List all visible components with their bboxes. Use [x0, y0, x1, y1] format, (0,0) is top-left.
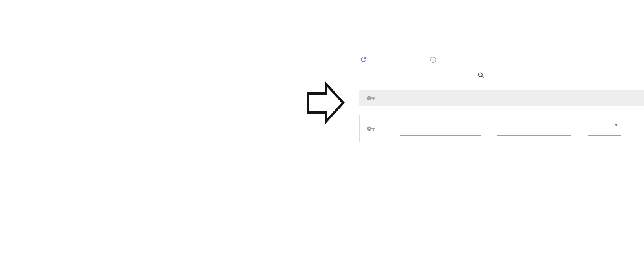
info-icon[interactable] [430, 57, 436, 63]
key-icon [367, 124, 375, 133]
mapping-table-header [359, 90, 644, 106]
key-icon [367, 94, 375, 102]
type-dropdown-caret-icon[interactable] [614, 124, 618, 126]
clipped-row-border [13, 1, 318, 1]
mapping-table-row [359, 115, 644, 142]
source-underline [400, 135, 481, 136]
refresh-icon[interactable] [360, 55, 367, 63]
type-underline [588, 135, 621, 136]
schema-mapping-screen [0, 0, 644, 257]
search-underline [359, 85, 493, 85]
target-underline [497, 135, 571, 136]
search-icon [477, 71, 485, 80]
